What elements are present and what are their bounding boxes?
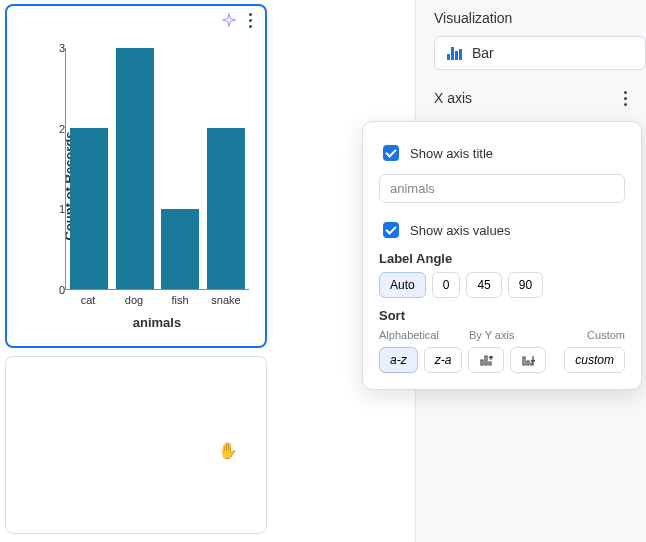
angle-auto-button[interactable]: Auto (379, 272, 426, 298)
visualization-header-label: Visualization (434, 10, 512, 26)
sort-buttons: a-z z-a custom (379, 347, 625, 373)
bar (161, 209, 199, 289)
sort-header: Sort (379, 308, 625, 323)
visualization-selected-label: Bar (472, 45, 494, 61)
bar (207, 128, 245, 289)
xaxis-popover: Show axis title Show axis values Label A… (362, 121, 642, 390)
xaxis-menu-icon[interactable] (618, 90, 632, 106)
chart-toolbar (221, 12, 257, 28)
sort-yaxis-label: By Y axis (469, 329, 514, 341)
label-angle-group: Auto 0 45 90 (379, 272, 625, 298)
chart-body: Count of Records 0123 catdogfishsnake an… (19, 34, 253, 338)
show-axis-values-row[interactable]: Show axis values (379, 219, 625, 241)
chart-menu-icon[interactable] (243, 12, 257, 28)
x-axis-title: animals (65, 315, 249, 330)
sort-az-button[interactable]: a-z (379, 347, 418, 373)
xaxis-header[interactable]: X axis (416, 80, 646, 112)
show-axis-values-label: Show axis values (410, 223, 510, 238)
show-axis-title-row[interactable]: Show axis title (379, 142, 625, 164)
show-axis-title-checkbox[interactable] (383, 145, 399, 161)
chart-panel[interactable]: Count of Records 0123 catdogfishsnake an… (5, 4, 267, 348)
sort-asc-button[interactable] (468, 347, 504, 373)
xaxis-header-label: X axis (434, 90, 472, 106)
y-axis-ticks: 0123 (45, 48, 65, 290)
x-axis-ticks: catdogfishsnake (65, 294, 249, 310)
show-axis-title-label: Show axis title (410, 146, 493, 161)
angle-90-button[interactable]: 90 (508, 272, 543, 298)
bar-chart-icon (447, 46, 462, 60)
bar (116, 48, 154, 289)
sort-desc-button[interactable] (510, 347, 546, 373)
visualization-header[interactable]: Visualization (416, 0, 646, 32)
label-angle-header: Label Angle (379, 251, 625, 266)
ai-assist-icon[interactable] (221, 12, 237, 28)
plot-area (65, 48, 249, 290)
angle-0-button[interactable]: 0 (432, 272, 461, 298)
sort-za-button[interactable]: z-a (424, 347, 463, 373)
axis-title-input[interactable] (379, 174, 625, 203)
sort-group-headers: Alphabetical By Y axis Custom (379, 329, 625, 341)
bar (70, 128, 108, 289)
visualization-select[interactable]: Bar (434, 36, 646, 70)
show-axis-values-checkbox[interactable] (383, 222, 399, 238)
empty-chart-panel[interactable] (5, 356, 267, 534)
sort-alpha-label: Alphabetical (379, 329, 439, 341)
sort-custom-button[interactable]: custom (564, 347, 625, 373)
angle-45-button[interactable]: 45 (466, 272, 501, 298)
sort-custom-label: Custom (587, 329, 625, 341)
